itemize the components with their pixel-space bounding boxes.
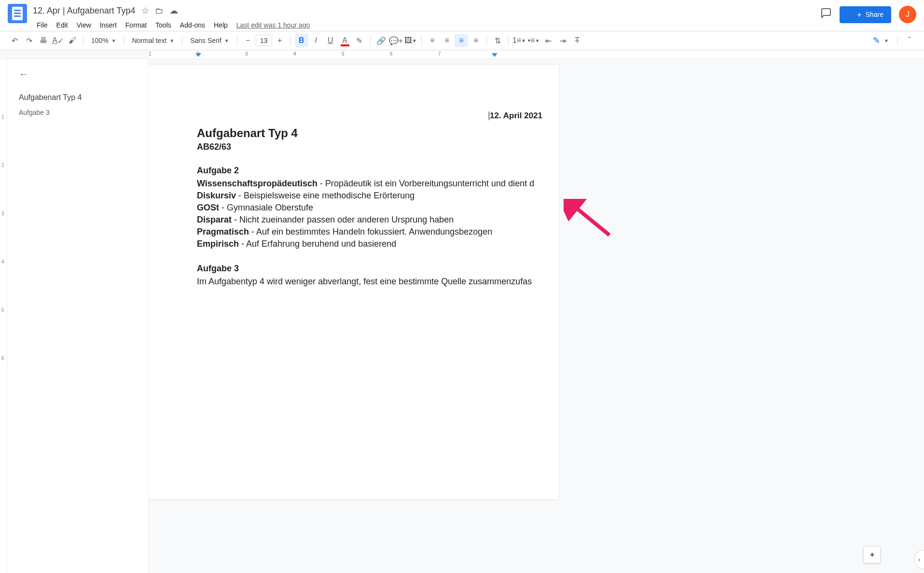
bulleted-list-button[interactable]: •≡ ▼ (527, 34, 540, 47)
underline-button[interactable]: U (324, 34, 337, 47)
paragraph-style-select[interactable]: Normal text ▼ (128, 34, 178, 47)
star-icon[interactable]: ☆ (141, 5, 149, 16)
cloud-status-icon[interactable]: ☁ (169, 5, 178, 16)
font-select[interactable]: Sans Serif ▼ (186, 34, 233, 47)
ruler-mark: 6 (390, 51, 393, 56)
align-left-button[interactable]: ≡ (426, 34, 439, 47)
increase-indent-button[interactable]: ⇥ (556, 34, 569, 47)
definition: - Beispielsweise eine methodische Erörte… (236, 191, 414, 200)
clear-formatting-button[interactable]: T (570, 34, 584, 47)
v-ruler-mark: 1 (1, 114, 4, 120)
menu-add-ons[interactable]: Add-ons (176, 19, 209, 31)
text-color-button[interactable]: A (338, 34, 352, 47)
bold-button[interactable]: B (295, 34, 308, 47)
lock-icon: 👤+ (847, 10, 861, 19)
insert-comment-button[interactable]: 💬+ (389, 34, 403, 47)
definition-line[interactable]: Pragmatisch - Auf ein bestimmtes Handeln… (197, 227, 545, 237)
separator (237, 35, 237, 46)
definition-line[interactable]: Diskursiv - Beispielsweise eine methodis… (197, 191, 545, 201)
font-size-input[interactable] (256, 35, 272, 46)
vertical-ruler[interactable]: 123456 (0, 59, 7, 573)
ruler-track[interactable]: 1234567 (149, 50, 924, 58)
font-size-decrease[interactable]: − (241, 34, 255, 47)
heading-1[interactable]: Aufgabenart Typ 4 (197, 126, 545, 140)
menu-format[interactable]: Format (122, 19, 151, 31)
horizontal-ruler[interactable]: 1234567 (0, 50, 924, 59)
outline-item[interactable]: Aufgabenart Typ 4 (19, 89, 140, 106)
redo-button[interactable]: ↷ (22, 34, 36, 47)
align-center-button[interactable]: ≡ (440, 34, 454, 47)
outline-back-button[interactable]: ← (19, 69, 140, 80)
highlight-color-button[interactable]: ✎ (353, 34, 366, 47)
page[interactable]: 12. April 2021 Aufgabenart Typ 4 AB62/63… (149, 65, 559, 499)
chevron-down-icon: ▼ (884, 38, 889, 43)
section-title[interactable]: Aufgabe 3 (197, 264, 545, 274)
v-ruler-mark: 3 (1, 211, 4, 216)
chevron-down-icon: ▼ (412, 38, 417, 43)
menu-help[interactable]: Help (210, 19, 232, 31)
document-title[interactable]: 12. Apr | Aufgabenart Typ4 (33, 6, 136, 16)
insert-link-button[interactable]: 🔗 (374, 34, 388, 47)
paint-format-button[interactable]: 🖌 (66, 34, 79, 47)
font-size-control: − + (241, 34, 287, 47)
header: 12. Apr | Aufgabenart Typ4 ☆ 🗀 ☁ FileEdi… (0, 0, 924, 31)
spellcheck-button[interactable]: A✓ (51, 34, 65, 47)
menu-insert[interactable]: Insert (96, 19, 121, 31)
menu-tools[interactable]: Tools (152, 19, 175, 31)
print-button[interactable]: 🖶 (37, 34, 50, 47)
definition-line[interactable]: GOSt - Gymnasiale Oberstufe (197, 203, 545, 213)
last-edit-link[interactable]: Last edit was 1 hour ago (236, 21, 310, 29)
chevron-down-icon: ▼ (111, 38, 116, 43)
share-button[interactable]: 👤+ Share (840, 6, 891, 23)
italic-button[interactable]: I (309, 34, 323, 47)
docs-logo-inner (12, 7, 23, 20)
comments-icon[interactable] (820, 7, 832, 22)
toolbar-right: ✎ ▼ ˆ (869, 33, 916, 48)
docs-logo-icon[interactable] (8, 4, 27, 23)
subheading[interactable]: AB62/63 (197, 142, 545, 152)
menu-view[interactable]: View (73, 19, 95, 31)
outline-item[interactable]: Aufgabe 3 (19, 106, 140, 119)
ruler-mark: 2 (197, 51, 200, 56)
date-line[interactable]: 12. April 2021 (197, 111, 545, 121)
zoom-select[interactable]: 100% ▼ (87, 34, 120, 47)
collapse-toolbar-button[interactable]: ˆ (903, 34, 916, 47)
paragraph-text[interactable]: Im Aufgabentyp 4 wird weniger abverlangt… (197, 277, 545, 287)
explore-button[interactable]: ✦ (863, 546, 881, 563)
account-avatar[interactable]: J (899, 6, 916, 23)
undo-button[interactable]: ↶ (8, 34, 21, 47)
separator (83, 35, 83, 46)
font-size-increase[interactable]: + (273, 34, 287, 47)
menu-edit[interactable]: Edit (53, 19, 72, 31)
separator (508, 35, 509, 46)
ruler-mark: 3 (245, 51, 248, 56)
separator (486, 35, 487, 46)
menu-file[interactable]: File (33, 19, 52, 31)
align-justify-button[interactable]: ≡ (469, 34, 483, 47)
title-area: 12. Apr | Aufgabenart Typ4 ☆ 🗀 ☁ FileEdi… (33, 4, 813, 32)
svg-line-1 (572, 205, 609, 235)
line-spacing-button[interactable]: ⇅ (491, 34, 504, 47)
term: Disparat (197, 215, 232, 224)
move-icon[interactable]: 🗀 (155, 6, 164, 16)
text-color-swatch (341, 44, 349, 46)
menu-bar: FileEditViewInsertFormatToolsAdd-onsHelp… (33, 18, 813, 32)
definition-line[interactable]: Wissenschaftspropädeutisch - Propädeutik… (197, 179, 545, 189)
ruler-mark: 7 (438, 51, 441, 56)
editing-mode-button[interactable]: ✎ ▼ (869, 33, 893, 48)
align-right-button[interactable]: ≡ (455, 34, 468, 47)
document-canvas[interactable]: 12. April 2021 Aufgabenart Typ 4 AB62/63… (149, 59, 924, 573)
definition-line[interactable]: Empirisch - Auf Erfahrung beruhend und b… (197, 239, 545, 249)
numbered-list-button[interactable]: 1≡ ▼ (512, 34, 526, 47)
section-title[interactable]: Aufgabe 2 (197, 166, 545, 176)
definition: - Propädeutik ist ein Vorbereitungsunter… (317, 179, 534, 188)
v-ruler-mark: 2 (1, 163, 4, 168)
zoom-value: 100% (91, 37, 109, 44)
term: Wissenschaftspropädeutisch (197, 179, 317, 188)
separator (290, 35, 291, 46)
decrease-indent-button[interactable]: ⇤ (541, 34, 555, 47)
insert-image-button[interactable]: 🖼 ▼ (404, 34, 417, 47)
ruler-mark: 1 (149, 51, 152, 56)
definition-line[interactable]: Disparat - Nicht zueinander passen oder … (197, 215, 545, 225)
right-indent-marker[interactable] (492, 53, 497, 57)
